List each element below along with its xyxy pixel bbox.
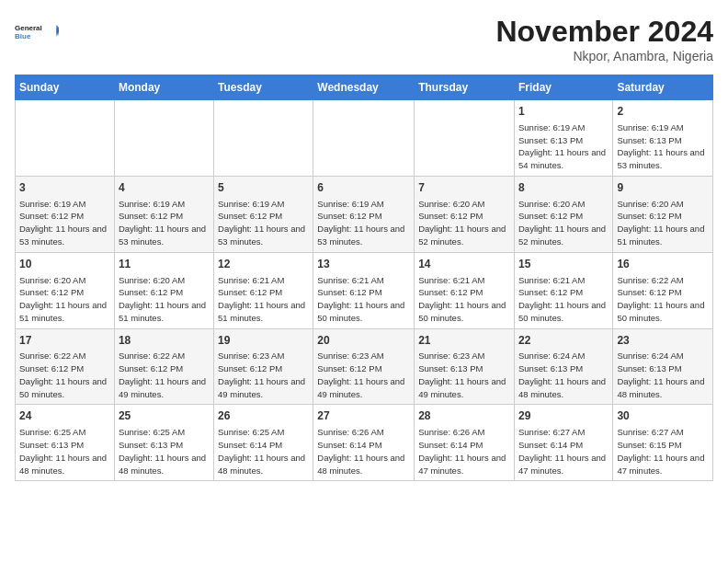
calendar-cell: 1Sunrise: 6:19 AMSunset: 6:13 PMDaylight…	[514, 100, 612, 177]
calendar-cell: 7Sunrise: 6:20 AMSunset: 6:12 PMDaylight…	[415, 176, 515, 252]
title-block: November 2024 Nkpor, Anambra, Nigeria	[495, 15, 713, 63]
day-info: Sunrise: 6:19 AMSunset: 6:12 PMDaylight:…	[119, 198, 210, 248]
day-number: 16	[617, 257, 709, 272]
svg-text:General: General	[15, 24, 42, 32]
day-info: Sunrise: 6:19 AMSunset: 6:13 PMDaylight:…	[518, 121, 609, 172]
day-info: Sunrise: 6:20 AMSunset: 6:12 PMDaylight:…	[418, 198, 510, 248]
day-number: 12	[218, 257, 309, 272]
day-info: Sunrise: 6:24 AMSunset: 6:13 PMDaylight:…	[518, 350, 609, 400]
calendar-cell: 12Sunrise: 6:21 AMSunset: 6:12 PMDayligh…	[214, 252, 313, 328]
day-info: Sunrise: 6:19 AMSunset: 6:13 PMDaylight:…	[617, 121, 709, 172]
logo-svg: General Blue	[15, 15, 59, 50]
day-info: Sunrise: 6:20 AMSunset: 6:12 PMDaylight:…	[119, 274, 210, 325]
day-number: 11	[119, 257, 210, 272]
day-number: 25	[119, 408, 210, 424]
calendar-cell: 6Sunrise: 6:19 AMSunset: 6:12 PMDaylight…	[313, 176, 415, 252]
calendar-cell	[16, 100, 115, 177]
calendar-cell	[114, 100, 213, 177]
day-info: Sunrise: 6:22 AMSunset: 6:12 PMDaylight:…	[617, 274, 709, 325]
calendar-cell: 21Sunrise: 6:23 AMSunset: 6:13 PMDayligh…	[415, 328, 515, 405]
day-number: 24	[19, 408, 110, 424]
day-number: 30	[617, 408, 709, 424]
week-row-1: 1Sunrise: 6:19 AMSunset: 6:13 PMDaylight…	[16, 100, 713, 177]
calendar-cell: 4Sunrise: 6:19 AMSunset: 6:12 PMDaylight…	[114, 176, 213, 252]
day-number: 7	[418, 180, 510, 196]
logo: General Blue	[15, 15, 59, 50]
day-info: Sunrise: 6:20 AMSunset: 6:12 PMDaylight:…	[617, 198, 709, 248]
day-info: Sunrise: 6:19 AMSunset: 6:12 PMDaylight:…	[218, 198, 309, 248]
calendar-cell	[415, 100, 515, 177]
day-info: Sunrise: 6:27 AMSunset: 6:14 PMDaylight:…	[518, 426, 609, 477]
week-row-5: 24Sunrise: 6:25 AMSunset: 6:13 PMDayligh…	[16, 405, 713, 481]
day-number: 22	[518, 333, 609, 349]
calendar-cell: 11Sunrise: 6:20 AMSunset: 6:12 PMDayligh…	[114, 252, 213, 328]
calendar-cell: 10Sunrise: 6:20 AMSunset: 6:12 PMDayligh…	[16, 252, 115, 328]
header-day-saturday: Saturday	[613, 75, 713, 100]
day-number: 28	[418, 408, 510, 424]
day-number: 23	[617, 333, 709, 349]
header-day-sunday: Sunday	[16, 75, 115, 100]
calendar-body: 1Sunrise: 6:19 AMSunset: 6:13 PMDaylight…	[16, 100, 713, 481]
day-number: 8	[518, 180, 609, 196]
day-number: 26	[218, 408, 309, 424]
day-number: 21	[418, 333, 510, 349]
day-info: Sunrise: 6:26 AMSunset: 6:14 PMDaylight:…	[418, 426, 510, 477]
calendar-cell: 17Sunrise: 6:22 AMSunset: 6:12 PMDayligh…	[16, 328, 115, 405]
day-number: 20	[317, 333, 410, 349]
calendar-cell: 30Sunrise: 6:27 AMSunset: 6:15 PMDayligh…	[613, 405, 713, 481]
header-day-monday: Monday	[114, 75, 213, 100]
calendar-cell: 16Sunrise: 6:22 AMSunset: 6:12 PMDayligh…	[613, 252, 713, 328]
header-row: SundayMondayTuesdayWednesdayThursdayFrid…	[16, 75, 713, 100]
day-info: Sunrise: 6:19 AMSunset: 6:12 PMDaylight:…	[317, 198, 410, 248]
calendar-cell: 5Sunrise: 6:19 AMSunset: 6:12 PMDaylight…	[214, 176, 313, 252]
day-number: 5	[218, 180, 309, 196]
day-info: Sunrise: 6:27 AMSunset: 6:15 PMDaylight:…	[617, 426, 709, 477]
day-number: 17	[19, 333, 110, 349]
calendar-cell: 25Sunrise: 6:25 AMSunset: 6:13 PMDayligh…	[114, 405, 213, 481]
day-info: Sunrise: 6:22 AMSunset: 6:12 PMDaylight:…	[19, 350, 110, 400]
calendar-cell: 20Sunrise: 6:23 AMSunset: 6:12 PMDayligh…	[313, 328, 415, 405]
day-number: 6	[317, 180, 410, 196]
header-day-thursday: Thursday	[415, 75, 515, 100]
day-number: 18	[119, 333, 210, 349]
location: Nkpor, Anambra, Nigeria	[495, 49, 713, 63]
calendar-cell: 23Sunrise: 6:24 AMSunset: 6:13 PMDayligh…	[613, 328, 713, 405]
day-number: 29	[518, 408, 609, 424]
calendar-cell: 2Sunrise: 6:19 AMSunset: 6:13 PMDaylight…	[613, 100, 713, 177]
day-number: 10	[19, 257, 110, 272]
calendar-cell: 9Sunrise: 6:20 AMSunset: 6:12 PMDaylight…	[613, 176, 713, 252]
day-info: Sunrise: 6:23 AMSunset: 6:13 PMDaylight:…	[418, 350, 510, 400]
week-row-2: 3Sunrise: 6:19 AMSunset: 6:12 PMDaylight…	[16, 176, 713, 252]
calendar-cell: 8Sunrise: 6:20 AMSunset: 6:12 PMDaylight…	[514, 176, 612, 252]
header-day-friday: Friday	[514, 75, 612, 100]
day-info: Sunrise: 6:20 AMSunset: 6:12 PMDaylight:…	[19, 274, 110, 325]
day-number: 4	[119, 180, 210, 196]
calendar-cell: 27Sunrise: 6:26 AMSunset: 6:14 PMDayligh…	[313, 405, 415, 481]
calendar-cell: 29Sunrise: 6:27 AMSunset: 6:14 PMDayligh…	[514, 405, 612, 481]
day-number: 1	[518, 104, 609, 120]
day-number: 14	[418, 257, 510, 272]
day-info: Sunrise: 6:20 AMSunset: 6:12 PMDaylight:…	[518, 198, 609, 248]
day-info: Sunrise: 6:25 AMSunset: 6:14 PMDaylight:…	[218, 426, 309, 477]
day-info: Sunrise: 6:21 AMSunset: 6:12 PMDaylight:…	[218, 274, 309, 325]
header-day-wednesday: Wednesday	[313, 75, 415, 100]
day-info: Sunrise: 6:22 AMSunset: 6:12 PMDaylight:…	[119, 350, 210, 400]
calendar-header: SundayMondayTuesdayWednesdayThursdayFrid…	[16, 75, 713, 100]
header-day-tuesday: Tuesday	[214, 75, 313, 100]
day-info: Sunrise: 6:23 AMSunset: 6:12 PMDaylight:…	[317, 350, 410, 400]
day-number: 19	[218, 333, 309, 349]
calendar-cell: 26Sunrise: 6:25 AMSunset: 6:14 PMDayligh…	[214, 405, 313, 481]
week-row-4: 17Sunrise: 6:22 AMSunset: 6:12 PMDayligh…	[16, 328, 713, 405]
calendar-cell: 28Sunrise: 6:26 AMSunset: 6:14 PMDayligh…	[415, 405, 515, 481]
day-number: 9	[617, 180, 709, 196]
calendar-cell: 15Sunrise: 6:21 AMSunset: 6:12 PMDayligh…	[514, 252, 612, 328]
calendar-cell: 24Sunrise: 6:25 AMSunset: 6:13 PMDayligh…	[16, 405, 115, 481]
page-header: General Blue November 2024 Nkpor, Anambr…	[15, 15, 713, 63]
day-info: Sunrise: 6:21 AMSunset: 6:12 PMDaylight:…	[317, 274, 410, 325]
day-number: 27	[317, 408, 410, 424]
calendar-cell: 18Sunrise: 6:22 AMSunset: 6:12 PMDayligh…	[114, 328, 213, 405]
day-number: 2	[617, 104, 709, 120]
day-number: 3	[19, 180, 110, 196]
calendar-cell: 19Sunrise: 6:23 AMSunset: 6:12 PMDayligh…	[214, 328, 313, 405]
month-title: November 2024	[495, 15, 713, 49]
